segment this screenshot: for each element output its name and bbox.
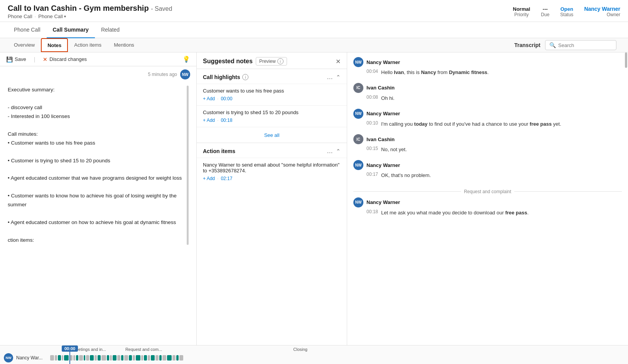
transcript-time-2: 00:08 [366, 94, 378, 100]
transcript-entry-1: NW Nancy Warner 00:04 Hello Ivan, this i… [353, 57, 622, 77]
owner-role: Owner [607, 12, 620, 17]
timeline-sections: Greetings and in... Request and com... C… [0, 345, 628, 352]
saved-label: - Saved [151, 5, 172, 12]
add-action-1-button[interactable]: + Add [203, 176, 215, 181]
avatar-ic-2: IC [353, 134, 363, 144]
transcript-time-5: 00:17 [366, 172, 378, 177]
owner-name[interactable]: Nancy Warner [584, 6, 620, 12]
transcript-search-box[interactable]: 🔍 [545, 40, 616, 50]
subnav-action-items[interactable]: Action items [68, 38, 108, 52]
suggested-notes-panel: Suggested notes Preview i ✕ Call highlig… [197, 52, 347, 345]
notes-meta: 5 minutes ago NW [0, 66, 196, 81]
action-items-collapse-button[interactable]: ⌃ [336, 148, 341, 154]
highlight-text-2: Customer is trying to shed 15 to 20 poun… [203, 110, 341, 115]
highlight-time-2[interactable]: 00:18 [221, 118, 232, 123]
action-items-ellipsis-button[interactable]: … [327, 148, 333, 155]
subnav-notes[interactable]: Notes [41, 38, 68, 52]
action-items-section-header: Action items … ⌃ [197, 143, 347, 158]
discard-button[interactable]: ✕ Discard changes [43, 56, 87, 62]
close-suggested-button[interactable]: ✕ [336, 58, 341, 65]
transcript-text-6: Let me ask you what made you decide to d… [381, 209, 528, 217]
info-icon[interactable]: i [277, 58, 284, 64]
marker-label: 00:00 [62, 345, 78, 352]
transcript-body: NW Nancy Warner 00:04 Hello Ivan, this i… [347, 52, 628, 345]
save-icon: 💾 [6, 56, 13, 62]
status-label: Status [560, 12, 573, 17]
avatar-ic-1: IC [353, 83, 363, 93]
lightbulb-button[interactable]: 💡 [182, 56, 190, 63]
highlights-collapse-button[interactable]: ⌃ [336, 74, 341, 80]
track-nancy: NW Nancy War... [0, 352, 628, 364]
due-meta: --- Due [541, 6, 549, 17]
speaker-name-5: Nancy Warner [366, 162, 400, 168]
transcript-scrollbar[interactable] [625, 52, 627, 345]
tab-call-summary[interactable]: Call Summary [47, 22, 95, 38]
header-left: Call to Ivan Cashin - Gym membership - S… [8, 4, 172, 19]
transcript-entry-2: IC Ivan Cashin 00:08 Oh hi. [353, 83, 622, 103]
highlight-item-1: Customer wants to use his free pass + Ad… [197, 84, 347, 105]
lightbulb-icon: 💡 [182, 56, 190, 63]
timeline-marker: 00:00 [62, 345, 78, 364]
track-bars-nw [50, 354, 624, 362]
subnav-mentions[interactable]: Mentions [108, 38, 140, 52]
highlights-ellipsis-button[interactable]: … [327, 74, 333, 81]
transcript-label: Transcript [514, 38, 540, 52]
transcript-entry-3: NW Nancy Warner 00:10 I'm calling you to… [353, 109, 622, 128]
timeline-section-3: Closing [177, 347, 307, 352]
search-icon: 🔍 [549, 42, 556, 48]
transcript-entry-5: NW Nancy Warner 00:17 OK, that's no prob… [353, 160, 622, 180]
page-title: Call to Ivan Cashin - Gym membership - S… [8, 4, 172, 13]
priority-value: Normal [513, 6, 530, 12]
suggested-body: Call highlights i … ⌃ Customer wants to … [197, 69, 347, 345]
speaker-name-1: Nancy Warner [366, 59, 400, 65]
save-button[interactable]: 💾 Save [6, 56, 26, 62]
highlight-time-1[interactable]: 00:00 [221, 96, 232, 101]
avatar-nw-3: NW [353, 160, 363, 170]
suggested-header: Suggested notes Preview i ✕ [197, 52, 347, 69]
notes-content[interactable]: Executive summary: - discovery call - In… [8, 86, 189, 245]
suggested-title: Suggested notes [203, 58, 253, 65]
subnav-overview[interactable]: Overview [8, 38, 41, 52]
sub-nav-right: Transcript 🔍 [514, 38, 620, 52]
tab-related[interactable]: Related [95, 22, 126, 38]
highlights-title: Call highlights [203, 74, 240, 80]
avatar-nw-1: NW [353, 57, 363, 67]
see-all-row: See all [197, 127, 347, 143]
scrollbar-handle [187, 86, 189, 245]
transcript-text-2: Oh hi. [381, 94, 395, 103]
highlight-text-1: Customer wants to use his free pass [203, 88, 341, 94]
status-value: Open [560, 6, 573, 12]
transcript-time-1: 00:04 [366, 69, 378, 74]
notes-body[interactable]: Executive summary: - discovery call - In… [0, 81, 196, 345]
add-highlight-2-button[interactable]: + Add [203, 118, 215, 123]
action-time-1[interactable]: 02:17 [221, 176, 232, 181]
app-header: Call to Ivan Cashin - Gym membership - S… [0, 0, 628, 22]
preview-badge: Preview i [256, 57, 287, 66]
transcript-entry-6: NW Nancy Warner 00:18 Let me ask you wha… [353, 197, 622, 217]
avatar: NW [180, 69, 190, 79]
subtitle-dropdown[interactable]: Phone Call ▾ [38, 13, 66, 19]
add-highlight-1-button[interactable]: + Add [203, 96, 215, 101]
see-all-button[interactable]: See all [264, 132, 280, 138]
owner-meta: Nancy Warner Owner [584, 6, 620, 17]
marker-line [69, 352, 70, 364]
speaker-name-6: Nancy Warner [366, 199, 400, 205]
title-text: Call to Ivan Cashin - Gym membership [8, 4, 149, 12]
action-item-1: Nancy Warner to send email about "some h… [197, 158, 347, 185]
status-meta: Open Status [560, 6, 573, 17]
main-content: 💾 Save | ✕ Discard changes 💡 5 minutes a… [0, 52, 628, 345]
transcript-panel: NW Nancy Warner 00:04 Hello Ivan, this i… [347, 52, 628, 345]
due-value: --- [543, 6, 548, 12]
speaker-name-4: Ivan Cashin [366, 136, 395, 142]
highlights-info-icon[interactable]: i [242, 74, 248, 80]
transcript-text-1: Hello Ivan, this is Nancy from Dynamic f… [381, 69, 489, 77]
top-navigation: Phone Call Call Summary Related [0, 22, 628, 38]
transcript-entry-4: IC Ivan Cashin 00:15 No, not yet. [353, 134, 622, 154]
highlight-item-2: Customer is trying to shed 15 to 20 poun… [197, 105, 347, 127]
notes-panel: 💾 Save | ✕ Discard changes 💡 5 minutes a… [0, 52, 197, 345]
search-input[interactable] [558, 42, 612, 48]
close-icon: ✕ [43, 56, 47, 62]
transcript-text-3: I'm calling you today to find out if you… [381, 120, 561, 128]
tab-phone-call[interactable]: Phone Call [8, 22, 47, 38]
due-label: Due [541, 12, 549, 17]
